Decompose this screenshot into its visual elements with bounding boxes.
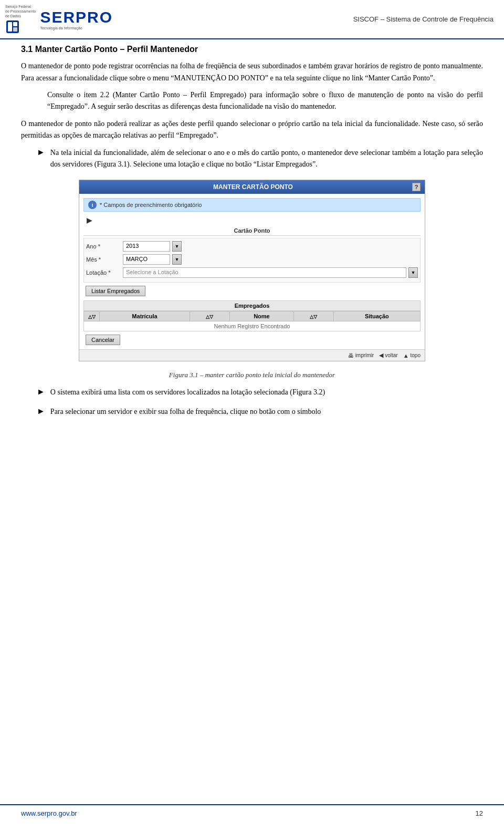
cancelar-button[interactable]: Cancelar xyxy=(86,335,120,345)
bullet-content-2: O sistema exibirá uma lista com os servi… xyxy=(50,387,483,398)
logo-left-text: Serviço Federal de Processamento de Dado… xyxy=(5,4,36,18)
th-sort-sit: △▽ xyxy=(294,311,334,321)
page-header: Serviço Federal de Processamento de Dado… xyxy=(0,0,504,39)
th-matricula: Matrícula xyxy=(100,311,190,321)
mes-dropdown-btn[interactable]: ▼ xyxy=(172,254,182,265)
bullet-item-3: ► Para selecionar um servidor e exibir s… xyxy=(37,406,483,418)
main-content: 3.1 Manter Cartão Ponto – Perfil Mantene… xyxy=(0,45,504,435)
form-row-ano: Ano * 2013 ▼ xyxy=(84,241,420,252)
th-sort: △▽ xyxy=(84,311,100,321)
bullet-content-1: Na tela inicial da funcionalidade, além … xyxy=(50,147,483,171)
info-banner: i * Campos de preenchimento obrigatório xyxy=(83,198,421,212)
logo-left: Serviço Federal de Processamento de Dado… xyxy=(5,4,36,34)
screenshot-titlebar: MANTER CARTÃO PONTO ? xyxy=(79,180,425,194)
th-sort-nome: △▽ xyxy=(190,311,230,321)
serpro-wordmark: SERPRO xyxy=(40,8,113,26)
th-situacao: Situação xyxy=(333,311,420,321)
svg-rect-3 xyxy=(13,27,17,32)
voltar-icon: ◀ xyxy=(379,352,383,359)
section-number: 3.1 xyxy=(21,45,33,54)
mes-label: Mês * xyxy=(86,256,123,263)
lotacao-input-cell: Selecione a Lotação ▼ xyxy=(123,267,418,278)
bullet-item-2: ► O sistema exibirá uma lista com os ser… xyxy=(37,387,483,398)
bullet-content-3: Para selecionar um servidor e exibir sua… xyxy=(50,406,483,418)
paragraph-1: O mantenedor de ponto pode registrar oco… xyxy=(21,60,483,84)
lotacao-label: Lotação * xyxy=(86,269,123,276)
cursor-area: ▶ xyxy=(83,216,421,224)
form-section-label: Cartão Ponto xyxy=(83,227,421,236)
header-logo-group: Serviço Federal de Processamento de Dado… xyxy=(5,4,113,34)
footer-page-number: 12 xyxy=(476,809,483,817)
emp-section-label: Empregados xyxy=(83,300,421,311)
table-row-empty: Nenhum Registro Encontrado xyxy=(84,321,421,331)
mes-input[interactable]: MARÇO xyxy=(123,254,170,265)
listar-empregados-button[interactable]: Listar Empregados xyxy=(86,286,145,296)
system-title: SISCOF – Sistema de Controle de Frequênc… xyxy=(353,15,494,23)
lotacao-dropdown-btn[interactable]: ▼ xyxy=(408,267,418,278)
section-title: Manter Cartão Ponto – Perfil Mantenedor xyxy=(35,45,198,54)
lotacao-input[interactable]: Selecione a Lotação xyxy=(123,267,406,278)
screenshot-title: MANTER CARTÃO PONTO xyxy=(94,183,412,191)
screenshot-figure: MANTER CARTÃO PONTO ? i * Campos de pree… xyxy=(79,180,425,361)
serpro-shield-icon xyxy=(5,19,20,34)
svg-rect-2 xyxy=(13,22,17,26)
mes-input-cell: MARÇO ▼ xyxy=(123,254,182,265)
bullet-arrow-3: ► xyxy=(37,407,45,416)
empregados-table: △▽ Matrícula △▽ Nome △▽ xyxy=(83,311,421,331)
voltar-link[interactable]: ◀ voltar xyxy=(379,352,397,359)
help-button[interactable]: ? xyxy=(412,183,421,191)
topo-link[interactable]: ▲ topo xyxy=(403,352,421,359)
empty-message: Nenhum Registro Encontrado xyxy=(84,321,421,331)
info-text: * Campos de preenchimento obrigatório xyxy=(100,202,202,208)
ano-input-cell: 2013 ▼ xyxy=(123,241,182,252)
ano-input[interactable]: 2013 xyxy=(123,241,170,252)
topo-icon: ▲ xyxy=(403,352,409,359)
serpro-tagline: Tecnologia da Informação xyxy=(40,26,113,30)
th-nome: Nome xyxy=(229,311,293,321)
screenshot-footer: 🖶 imprimir ◀ voltar ▲ topo xyxy=(79,349,425,361)
bullet-arrow-1: ► xyxy=(37,148,45,157)
cursor-icon: ▶ xyxy=(87,216,92,225)
info-icon: i xyxy=(88,201,97,209)
figure-caption: Figura 3.1 – manter cartão ponto tela in… xyxy=(21,371,483,379)
sort-icons: △▽ xyxy=(88,314,96,319)
paragraph-2: Consulte o item 2.2 (Manter Cartão Ponto… xyxy=(47,89,483,113)
bullet-item-1: ► Na tela inicial da funcionalidade, alé… xyxy=(37,147,483,171)
form-row-mes: Mês * MARÇO ▼ xyxy=(84,254,420,265)
page-footer: www.serpro.gov.br 12 xyxy=(0,804,504,821)
serpro-brand: SERPRO Tecnologia da Informação xyxy=(40,8,113,30)
bullet-arrow-2: ► xyxy=(37,387,45,397)
imprimir-link[interactable]: 🖶 imprimir xyxy=(348,352,374,359)
ano-label: Ano * xyxy=(86,243,123,249)
screenshot-body: i * Campos de preenchimento obrigatório … xyxy=(79,194,425,349)
svg-rect-1 xyxy=(8,22,12,32)
ano-dropdown-btn[interactable]: ▼ xyxy=(172,241,182,252)
form-row-lotacao: Lotação * Selecione a Lotação ▼ xyxy=(84,267,420,278)
paragraph-3: O mantenedor de ponto não poderá realiza… xyxy=(21,118,483,142)
section-heading: 3.1 Manter Cartão Ponto – Perfil Mantene… xyxy=(21,45,483,54)
imprimir-icon: 🖶 xyxy=(348,352,354,359)
footer-url: www.serpro.gov.br xyxy=(21,809,77,817)
